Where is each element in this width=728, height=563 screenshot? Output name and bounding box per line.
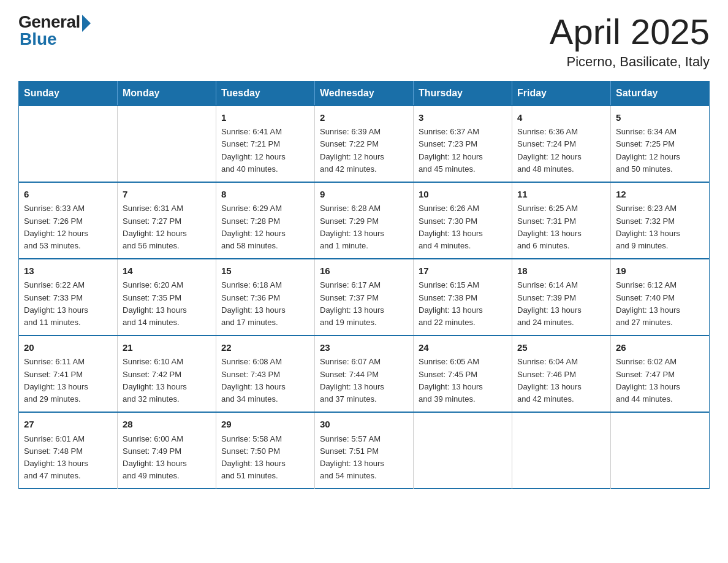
- calendar-cell: 11Sunrise: 6:25 AM Sunset: 7:31 PM Dayli…: [512, 182, 611, 259]
- logo-arrow-icon: [82, 15, 91, 32]
- day-number: 15: [221, 264, 309, 278]
- day-info: Sunrise: 5:57 AM Sunset: 7:51 PM Dayligh…: [320, 433, 408, 483]
- day-info: Sunrise: 6:08 AM Sunset: 7:43 PM Dayligh…: [221, 356, 309, 405]
- day-info: Sunrise: 6:41 AM Sunset: 7:21 PM Dayligh…: [221, 126, 309, 175]
- day-number: 3: [419, 111, 507, 125]
- day-info: Sunrise: 6:31 AM Sunset: 7:27 PM Dayligh…: [123, 202, 211, 252]
- day-number: 24: [419, 341, 507, 355]
- header-cell-thursday: Thursday: [414, 81, 512, 105]
- day-number: 20: [24, 341, 112, 355]
- day-info: Sunrise: 6:15 AM Sunset: 7:38 PM Dayligh…: [419, 279, 507, 329]
- day-info: Sunrise: 6:04 AM Sunset: 7:46 PM Dayligh…: [517, 356, 605, 405]
- calendar-cell: 2Sunrise: 6:39 AM Sunset: 7:22 PM Daylig…: [315, 105, 414, 182]
- day-info: Sunrise: 6:22 AM Sunset: 7:33 PM Dayligh…: [24, 279, 112, 329]
- calendar-cell: 7Sunrise: 6:31 AM Sunset: 7:27 PM Daylig…: [118, 182, 216, 259]
- calendar-row-0: 1Sunrise: 6:41 AM Sunset: 7:21 PM Daylig…: [19, 105, 710, 182]
- day-number: 13: [24, 264, 112, 278]
- calendar-cell: [118, 105, 216, 182]
- calendar-cell: 21Sunrise: 6:10 AM Sunset: 7:42 PM Dayli…: [118, 335, 216, 412]
- day-info: Sunrise: 6:11 AM Sunset: 7:41 PM Dayligh…: [24, 356, 112, 405]
- day-number: 30: [320, 418, 408, 432]
- day-number: 21: [123, 341, 211, 355]
- day-info: Sunrise: 6:37 AM Sunset: 7:23 PM Dayligh…: [419, 126, 507, 175]
- calendar-cell: 13Sunrise: 6:22 AM Sunset: 7:33 PM Dayli…: [19, 259, 118, 335]
- day-info: Sunrise: 6:29 AM Sunset: 7:28 PM Dayligh…: [221, 202, 309, 252]
- calendar-cell: 26Sunrise: 6:02 AM Sunset: 7:47 PM Dayli…: [611, 335, 710, 412]
- header-cell-tuesday: Tuesday: [216, 81, 315, 105]
- header-cell-wednesday: Wednesday: [315, 81, 414, 105]
- calendar-cell: [512, 412, 611, 489]
- day-number: 23: [320, 341, 408, 355]
- day-info: Sunrise: 6:26 AM Sunset: 7:30 PM Dayligh…: [419, 202, 507, 252]
- calendar-cell: [611, 412, 710, 489]
- day-number: 9: [320, 188, 408, 202]
- day-number: 10: [419, 188, 507, 202]
- day-info: Sunrise: 6:14 AM Sunset: 7:39 PM Dayligh…: [517, 279, 605, 329]
- calendar-cell: 4Sunrise: 6:36 AM Sunset: 7:24 PM Daylig…: [512, 105, 611, 182]
- calendar-body: 1Sunrise: 6:41 AM Sunset: 7:21 PM Daylig…: [19, 105, 710, 489]
- calendar-cell: 9Sunrise: 6:28 AM Sunset: 7:29 PM Daylig…: [315, 182, 414, 259]
- day-number: 28: [123, 418, 211, 432]
- calendar-cell: 14Sunrise: 6:20 AM Sunset: 7:35 PM Dayli…: [118, 259, 216, 335]
- calendar-cell: 12Sunrise: 6:23 AM Sunset: 7:32 PM Dayli…: [611, 182, 710, 259]
- day-number: 16: [320, 264, 408, 278]
- day-info: Sunrise: 6:36 AM Sunset: 7:24 PM Dayligh…: [517, 126, 605, 175]
- day-info: Sunrise: 6:05 AM Sunset: 7:45 PM Dayligh…: [419, 356, 507, 405]
- day-info: Sunrise: 6:20 AM Sunset: 7:35 PM Dayligh…: [123, 279, 211, 329]
- day-info: Sunrise: 6:23 AM Sunset: 7:32 PM Dayligh…: [616, 202, 704, 252]
- calendar-cell: 1Sunrise: 6:41 AM Sunset: 7:21 PM Daylig…: [216, 105, 315, 182]
- calendar-row-3: 20Sunrise: 6:11 AM Sunset: 7:41 PM Dayli…: [19, 335, 710, 412]
- day-info: Sunrise: 6:17 AM Sunset: 7:37 PM Dayligh…: [320, 279, 408, 329]
- day-number: 12: [616, 188, 704, 202]
- day-info: Sunrise: 6:00 AM Sunset: 7:49 PM Dayligh…: [123, 433, 211, 483]
- title-block: April 2025 Picerno, Basilicate, Italy: [550, 12, 710, 70]
- day-number: 29: [221, 418, 309, 432]
- day-number: 4: [517, 111, 605, 125]
- header-cell-monday: Monday: [118, 81, 216, 105]
- calendar-row-2: 13Sunrise: 6:22 AM Sunset: 7:33 PM Dayli…: [19, 259, 710, 335]
- day-info: Sunrise: 5:58 AM Sunset: 7:50 PM Dayligh…: [221, 433, 309, 483]
- calendar-table: SundayMondayTuesdayWednesdayThursdayFrid…: [18, 81, 710, 489]
- day-info: Sunrise: 6:07 AM Sunset: 7:44 PM Dayligh…: [320, 356, 408, 405]
- calendar-cell: 10Sunrise: 6:26 AM Sunset: 7:30 PM Dayli…: [414, 182, 512, 259]
- calendar-cell: 20Sunrise: 6:11 AM Sunset: 7:41 PM Dayli…: [19, 335, 118, 412]
- day-info: Sunrise: 6:01 AM Sunset: 7:48 PM Dayligh…: [24, 433, 112, 483]
- calendar-row-1: 6Sunrise: 6:33 AM Sunset: 7:26 PM Daylig…: [19, 182, 710, 259]
- day-number: 7: [123, 188, 211, 202]
- day-number: 17: [419, 264, 507, 278]
- day-number: 8: [221, 188, 309, 202]
- calendar-header: SundayMondayTuesdayWednesdayThursdayFrid…: [19, 81, 710, 105]
- day-number: 11: [517, 188, 605, 202]
- calendar-cell: 3Sunrise: 6:37 AM Sunset: 7:23 PM Daylig…: [414, 105, 512, 182]
- calendar-cell: 24Sunrise: 6:05 AM Sunset: 7:45 PM Dayli…: [414, 335, 512, 412]
- day-info: Sunrise: 6:34 AM Sunset: 7:25 PM Dayligh…: [616, 126, 704, 175]
- calendar-cell: 19Sunrise: 6:12 AM Sunset: 7:40 PM Dayli…: [611, 259, 710, 335]
- day-info: Sunrise: 6:10 AM Sunset: 7:42 PM Dayligh…: [123, 356, 211, 405]
- day-info: Sunrise: 6:12 AM Sunset: 7:40 PM Dayligh…: [616, 279, 704, 329]
- day-info: Sunrise: 6:18 AM Sunset: 7:36 PM Dayligh…: [221, 279, 309, 329]
- calendar-cell: 22Sunrise: 6:08 AM Sunset: 7:43 PM Dayli…: [216, 335, 315, 412]
- day-number: 1: [221, 111, 309, 125]
- header-row: SundayMondayTuesdayWednesdayThursdayFrid…: [19, 81, 710, 105]
- day-number: 5: [616, 111, 704, 125]
- calendar-cell: 16Sunrise: 6:17 AM Sunset: 7:37 PM Dayli…: [315, 259, 414, 335]
- calendar-cell: 28Sunrise: 6:00 AM Sunset: 7:49 PM Dayli…: [118, 412, 216, 489]
- day-number: 27: [24, 418, 112, 432]
- calendar-cell: 6Sunrise: 6:33 AM Sunset: 7:26 PM Daylig…: [19, 182, 118, 259]
- calendar-cell: 25Sunrise: 6:04 AM Sunset: 7:46 PM Dayli…: [512, 335, 611, 412]
- day-number: 19: [616, 264, 704, 278]
- day-number: 14: [123, 264, 211, 278]
- day-number: 18: [517, 264, 605, 278]
- page-subtitle: Picerno, Basilicate, Italy: [550, 54, 710, 70]
- day-number: 2: [320, 111, 408, 125]
- day-number: 6: [24, 188, 112, 202]
- logo-blue-text: Blue: [20, 29, 57, 49]
- day-info: Sunrise: 6:39 AM Sunset: 7:22 PM Dayligh…: [320, 126, 408, 175]
- calendar-cell: [414, 412, 512, 489]
- day-info: Sunrise: 6:33 AM Sunset: 7:26 PM Dayligh…: [24, 202, 112, 252]
- logo: General Blue: [18, 12, 91, 49]
- day-info: Sunrise: 6:02 AM Sunset: 7:47 PM Dayligh…: [616, 356, 704, 405]
- header-cell-sunday: Sunday: [19, 81, 118, 105]
- calendar-row-4: 27Sunrise: 6:01 AM Sunset: 7:48 PM Dayli…: [19, 412, 710, 489]
- calendar-cell: 29Sunrise: 5:58 AM Sunset: 7:50 PM Dayli…: [216, 412, 315, 489]
